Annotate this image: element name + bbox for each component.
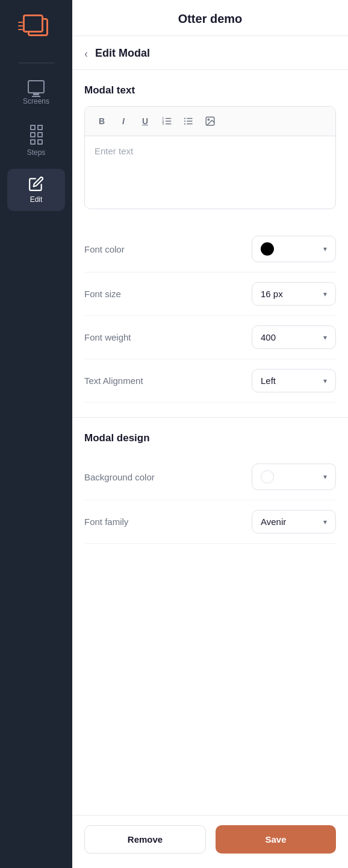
logo-icon (22, 14, 51, 39)
sidebar: Screens Steps Edit (0, 0, 72, 868)
background-color-chevron: ▾ (323, 473, 327, 481)
svg-point-13 (208, 119, 209, 120)
font-color-row: Font color ▾ (84, 226, 336, 272)
font-size-label: Font size (84, 289, 121, 299)
text-alignment-label: Text Alignment (84, 376, 143, 386)
italic-button[interactable]: I (114, 112, 133, 131)
ordered-list-button[interactable]: 1 2 3 (157, 112, 176, 131)
modal-text-section-title: Modal text (84, 84, 336, 96)
background-color-label: Background color (84, 472, 155, 482)
font-size-row: Font size 16 px ▾ (84, 272, 336, 316)
sidebar-item-steps-label: Steps (27, 148, 46, 157)
footer: Remove Save (72, 815, 348, 868)
bold-button[interactable]: B (92, 112, 111, 131)
text-editor: B I U 1 2 3 (84, 106, 336, 209)
text-alignment-chevron: ▾ (323, 377, 327, 385)
sidebar-divider (18, 63, 54, 63)
sidebar-item-edit[interactable]: Edit (7, 169, 65, 211)
font-weight-label: Font weight (84, 332, 131, 342)
svg-point-10 (184, 121, 185, 122)
font-color-chevron: ▾ (323, 245, 327, 253)
back-button[interactable]: ‹ (84, 48, 88, 59)
save-button[interactable]: Save (216, 825, 336, 854)
edit-modal-header: ‹ Edit Modal (72, 36, 348, 70)
font-family-chevron: ▾ (323, 518, 327, 526)
sidebar-item-steps[interactable]: Steps (7, 118, 65, 164)
font-color-label: Font color (84, 244, 125, 254)
font-family-row: Font family Avenir ▾ (84, 500, 336, 544)
font-family-label: Font family (84, 517, 128, 527)
sidebar-item-screens-label: Screens (23, 97, 49, 105)
font-size-value: 16 px (261, 289, 283, 299)
app-header: Otter demo (72, 0, 348, 36)
svg-point-9 (184, 118, 185, 119)
font-size-chevron: ▾ (323, 290, 327, 298)
background-color-row: Background color ▾ (84, 454, 336, 500)
unordered-list-button[interactable] (179, 112, 198, 131)
sidebar-item-screens[interactable]: Screens (7, 73, 65, 113)
svg-text:3: 3 (163, 122, 164, 125)
background-color-swatch (261, 470, 274, 483)
modal-design-section: Modal design Background color ▾ Font fam… (84, 417, 336, 544)
font-family-value: Avenir (261, 517, 286, 527)
underline-button[interactable]: U (135, 112, 155, 131)
font-color-control[interactable]: ▾ (252, 236, 336, 262)
ordered-list-icon: 1 2 3 (161, 116, 172, 127)
font-weight-value: 400 (261, 332, 276, 342)
steps-icon (29, 125, 43, 145)
image-button[interactable] (200, 112, 220, 131)
unordered-list-icon (183, 116, 194, 127)
app-logo (17, 10, 55, 43)
font-family-control[interactable]: Avenir ▾ (252, 510, 336, 533)
modal-design-section-title: Modal design (84, 432, 336, 444)
editor-toolbar: B I U 1 2 3 (85, 107, 335, 136)
sidebar-item-edit-label: Edit (30, 195, 43, 204)
section-divider (72, 417, 348, 418)
remove-button[interactable]: Remove (84, 825, 206, 854)
text-editor-body[interactable]: Enter text (85, 136, 335, 209)
editor-placeholder: Enter text (95, 146, 133, 156)
screens-icon (28, 80, 45, 93)
font-weight-chevron: ▾ (323, 333, 327, 342)
background-color-control[interactable]: ▾ (252, 464, 336, 490)
svg-point-11 (184, 123, 185, 124)
image-icon (205, 116, 216, 127)
content-area: Modal text B I U 1 2 3 (72, 70, 348, 815)
font-weight-row: Font weight 400 ▾ (84, 316, 336, 359)
text-alignment-control[interactable]: Left ▾ (252, 369, 336, 392)
font-weight-control[interactable]: 400 ▾ (252, 326, 336, 349)
text-alignment-value: Left (261, 376, 276, 386)
font-size-control[interactable]: 16 px ▾ (252, 282, 336, 306)
edit-icon (28, 176, 44, 192)
font-color-swatch (261, 242, 274, 256)
app-title: Otter demo (178, 12, 243, 26)
main-content: Otter demo ‹ Edit Modal Modal text B I U (72, 0, 348, 868)
edit-modal-title: Edit Modal (95, 47, 150, 60)
text-alignment-row: Text Alignment Left ▾ (84, 359, 336, 403)
